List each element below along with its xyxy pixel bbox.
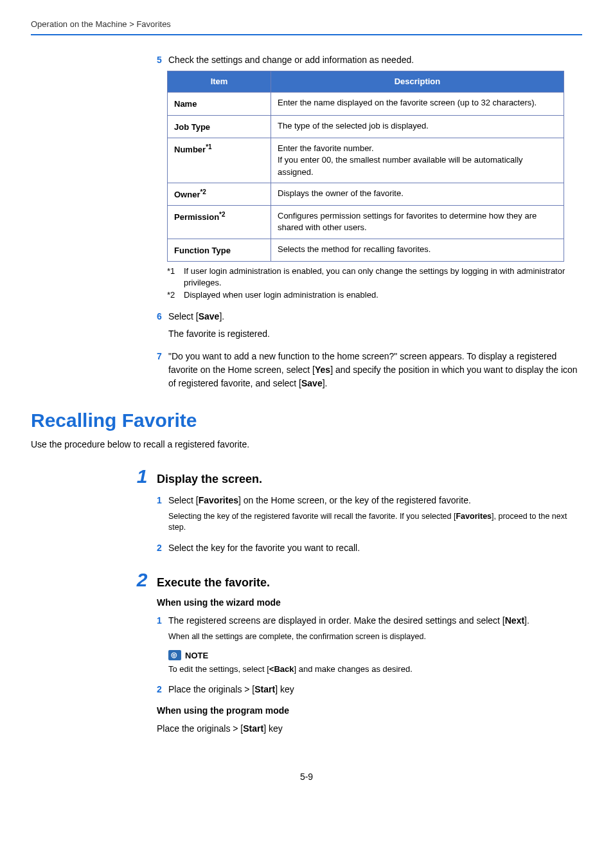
major-step-2-num: 2 <box>135 569 149 591</box>
step-7-num: 7 <box>157 351 168 361</box>
program-mode-body: Place the originals > [Start] key <box>157 722 582 736</box>
substep-1-2: 2 Select the key for the favorite you wa… <box>157 541 582 555</box>
th-item: Item <box>168 71 271 93</box>
major-step-1: 1 Display the screen. <box>31 466 582 487</box>
table-row: Function Type Selects the method for rec… <box>168 239 564 262</box>
item-description-table: Item Description Name Enter the name dis… <box>167 71 564 262</box>
step-7: 7 "Do you want to add a new function to … <box>157 350 582 390</box>
major-step-2: 2 Execute the favorite. <box>31 569 582 591</box>
table-row: Name Enter the name displayed on the fav… <box>168 93 564 116</box>
step-5-num: 5 <box>157 55 168 65</box>
item-name: Function Type <box>174 246 231 255</box>
step-6: 6 Select [Save]. <box>157 310 582 323</box>
substep-2-1: 1 The registered screens are displayed i… <box>157 614 582 628</box>
table-row: Permission*2 Configures permission setti… <box>168 206 564 239</box>
substep-2-2: 2 Place the originals > [Start] key <box>157 683 582 696</box>
substep-2-1-note: When all the settings are complete, the … <box>168 631 582 643</box>
item-desc: Enter the favorite number. If you enter … <box>271 138 564 183</box>
section-intro: Use the procedure below to recall a regi… <box>31 438 582 451</box>
footnote: *1 If user login administration is enabl… <box>167 266 582 289</box>
step-7-text: "Do you want to add a new function to th… <box>168 350 582 390</box>
item-desc: Selects the method for recalling favorit… <box>271 239 564 262</box>
item-desc: The type of the selected job is displaye… <box>271 115 564 138</box>
step-6-num: 6 <box>157 311 168 321</box>
header-rule <box>31 34 582 35</box>
item-name: Permission <box>174 213 219 222</box>
step-6-body: The favorite is registered. <box>168 327 582 341</box>
table-row: Owner*2 Displays the owner of the favori… <box>168 183 564 206</box>
item-desc: Enter the name displayed on the favorite… <box>271 93 564 116</box>
wizard-mode-heading: When using the wizard mode <box>157 597 582 608</box>
note-text: To edit the settings, select [<Back] and… <box>168 664 582 675</box>
program-mode-heading: When using the program mode <box>157 705 582 716</box>
footnote: *2 Displayed when user login administrat… <box>167 289 582 301</box>
major-step-1-num: 1 <box>135 466 149 487</box>
table-row: Number*1 Enter the favorite number. If y… <box>168 138 564 183</box>
substep-1-1-note: Selecting the key of the registered favo… <box>168 511 582 534</box>
item-name: Owner <box>174 190 200 199</box>
item-name: Job Type <box>174 122 210 132</box>
item-desc: Configures permission settings for favor… <box>271 206 564 239</box>
item-name: Number <box>174 145 206 155</box>
note-icon <box>168 650 181 660</box>
step-6-text: Select [Save]. <box>168 310 582 323</box>
item-name: Name <box>174 100 197 109</box>
th-description: Description <box>271 71 564 93</box>
major-step-1-title: Display the screen. <box>157 473 262 486</box>
note-box: NOTE To edit the settings, select [<Back… <box>168 650 582 675</box>
substep-1-1: 1 Select [Favorites] on the Home screen,… <box>157 494 582 507</box>
item-desc: Displays the owner of the favorite. <box>271 183 564 206</box>
breadcrumb: Operation on the Machine > Favorites <box>31 19 582 29</box>
step-5-text: Check the settings and change or add inf… <box>168 53 582 67</box>
note-label: NOTE <box>185 651 208 660</box>
major-step-2-title: Execute the favorite. <box>157 576 270 590</box>
page-number: 5-9 <box>31 772 582 782</box>
footnotes: *1 If user login administration is enabl… <box>167 266 582 301</box>
step-5: 5 Check the settings and change or add i… <box>157 53 582 67</box>
table-row: Job Type The type of the selected job is… <box>168 115 564 138</box>
section-title-recalling-favorite: Recalling Favorite <box>31 410 582 431</box>
